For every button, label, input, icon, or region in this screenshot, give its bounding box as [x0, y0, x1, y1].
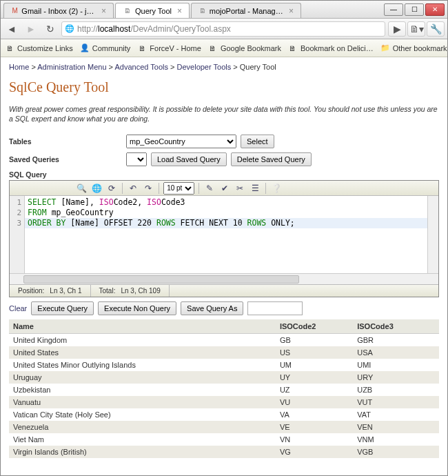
other-bookmarks-label: Other bookmarks [393, 44, 448, 52]
find-icon[interactable]: 🔍 [75, 182, 88, 195]
column-header[interactable]: Name [9, 319, 276, 334]
table-cell: United States [9, 346, 276, 359]
table-cell: US [276, 346, 353, 359]
browser-tab[interactable]: 🗎Query Tool× [115, 3, 190, 18]
folder-icon: 📁 [380, 43, 390, 53]
bookmark-label: Customize Links [17, 44, 73, 52]
bookmark-item[interactable]: 👤Community [80, 43, 131, 53]
tab-favicon-icon: 🗎 [198, 6, 207, 16]
tab-close-icon[interactable]: × [101, 6, 106, 16]
results-table: NameISOCode2ISOCode3 United KingdomGBGBR… [9, 319, 439, 458]
sql-query-label: SQL Query [9, 170, 439, 179]
refresh-icon[interactable]: ⟳ [105, 182, 118, 195]
bookmark-item[interactable]: 🗎Google Bookmark [208, 43, 281, 53]
bookmark-item[interactable]: 🗎Bookmark on Delici… [288, 43, 374, 53]
bookmark-label: Google Bookmark [221, 44, 281, 52]
code-area[interactable]: SELECT [Name], ISOCode2, ISOCode3 FROM m… [25, 196, 438, 273]
select-button[interactable]: Select [241, 135, 274, 148]
table-cell: Vatican City State (Holy See) [9, 408, 276, 421]
format-icon[interactable]: ☰ [249, 182, 261, 195]
help-icon[interactable]: ❔ [270, 182, 283, 195]
status-position-value: Ln 3, Ch 1 [50, 287, 81, 295]
minimize-button[interactable]: — [384, 3, 403, 16]
table-row: Virgin Islands (British)VGVGB [9, 446, 439, 458]
bookmark-icon: 🗎 [288, 43, 298, 53]
clear-icon[interactable]: ✂ [234, 182, 246, 195]
table-cell: GB [276, 334, 353, 347]
column-header[interactable]: ISOCode3 [353, 319, 439, 334]
check-icon[interactable]: ✔ [218, 182, 231, 195]
forward-button[interactable]: ► [23, 21, 39, 37]
table-row: UruguayUYURY [9, 371, 439, 384]
tables-select[interactable]: mp_GeoCountry [126, 135, 236, 148]
tab-favicon-icon: 🗎 [123, 6, 132, 16]
table-cell: UM [276, 359, 353, 371]
editor-scrollbar-horizontal[interactable] [10, 273, 438, 284]
table-row: VenezuelaVEVEN [9, 421, 439, 433]
bookmarks-bar: 🗎Customize Links👤Community🗎ForceV - Home… [1, 39, 447, 57]
table-row: United KingdomGBGBR [9, 334, 439, 347]
load-saved-button[interactable]: Load Saved Query [151, 152, 227, 166]
table-cell: USA [353, 346, 439, 359]
save-query-as-button[interactable]: Save Query As [181, 301, 243, 315]
table-cell: Venezuela [9, 421, 276, 433]
editor-body[interactable]: 123 SELECT [Name], ISOCode2, ISOCode3 FR… [10, 196, 438, 273]
save-query-as-input[interactable] [247, 301, 303, 315]
bookmark-item[interactable]: 🗎Customize Links [5, 43, 73, 53]
execute-non-query-button[interactable]: Execute Non Query [98, 301, 176, 315]
table-row: United StatesUSUSA [9, 346, 439, 359]
column-header[interactable]: ISOCode2 [276, 319, 353, 334]
table-cell: VEN [353, 421, 439, 433]
wrench-button[interactable]: 🔧 [427, 21, 445, 37]
table-row: Vatican City State (Holy See)VAVAT [9, 408, 439, 421]
status-position-label: Position: [18, 287, 44, 295]
saved-queries-select[interactable] [126, 152, 147, 166]
breadcrumb-link[interactable]: Administration Menu [37, 63, 106, 71]
other-bookmarks[interactable]: 📁 Other bookmarks [380, 43, 448, 53]
table-cell: VA [276, 408, 353, 421]
line-gutter: 123 [10, 196, 25, 273]
back-button[interactable]: ◄ [3, 21, 20, 37]
saved-queries-row: Saved Queries Load Saved Query Delete Sa… [9, 152, 439, 166]
address-bar[interactable]: 🌐 http://localhost/DevAdmin/QueryTool.as… [61, 21, 385, 37]
highlight-icon[interactable]: ✎ [203, 182, 216, 195]
bookmark-label: Community [92, 44, 131, 52]
bookmark-icon: 🗎 [137, 43, 147, 53]
table-row: United States Minor Outlying IslandsUMUM… [9, 359, 439, 371]
table-cell: VGB [353, 446, 439, 458]
bookmark-label: Bookmark on Delici… [301, 44, 374, 52]
table-cell: VN [276, 433, 353, 446]
execute-query-button[interactable]: Execute Query [31, 301, 94, 315]
breadcrumb-current: Query Tool [240, 63, 276, 71]
table-cell: Vanuatu [9, 396, 276, 408]
go-button[interactable]: ▶ [388, 21, 406, 37]
breadcrumb-link[interactable]: Advanced Tools [115, 63, 168, 71]
tab-close-icon[interactable]: × [177, 6, 182, 16]
globe-icon[interactable]: 🌐 [90, 182, 103, 195]
tab-label: Query Tool [135, 7, 172, 15]
tab-close-icon[interactable]: × [289, 6, 294, 16]
breadcrumb-link[interactable]: Home [9, 63, 29, 71]
reload-button[interactable]: ↻ [42, 21, 59, 37]
close-button[interactable]: ✕ [425, 3, 445, 16]
delete-saved-button[interactable]: Delete Saved Query [231, 152, 312, 166]
page-title: SqlCe Query Tool [9, 79, 439, 95]
browser-tab[interactable]: 🗎mojoPortal - Manage User× [191, 3, 301, 18]
editor-toolbar: 🔍 🌐 ⟳ ↶ ↷ 10 pt ✎ ✔ ✂ ☰ ❔ [10, 181, 438, 196]
bookmark-label: ForceV - Home [150, 44, 201, 52]
bookmark-icon: 🗎 [208, 43, 218, 53]
undo-icon[interactable]: ↶ [127, 182, 139, 195]
maximize-button[interactable]: ☐ [405, 3, 424, 16]
editor-scrollbar-vertical[interactable] [427, 196, 438, 273]
redo-icon[interactable]: ↷ [142, 182, 154, 195]
breadcrumb-link[interactable]: Developer Tools [177, 63, 232, 71]
window-titlebar: MGmail - Inbox (2) - joe.au…×🗎Query Tool… [1, 1, 447, 19]
table-cell: United States Minor Outlying Islands [9, 359, 276, 371]
clear-link[interactable]: Clear [9, 304, 27, 313]
table-cell: UZB [353, 384, 439, 396]
bookmark-item[interactable]: 🗎ForceV - Home [137, 43, 201, 53]
font-size-select[interactable]: 10 pt [163, 182, 194, 195]
table-cell: UY [276, 371, 353, 384]
page-menu-button[interactable]: 🗎▾ [407, 21, 425, 37]
browser-tab[interactable]: MGmail - Inbox (2) - joe.au…× [3, 3, 114, 18]
